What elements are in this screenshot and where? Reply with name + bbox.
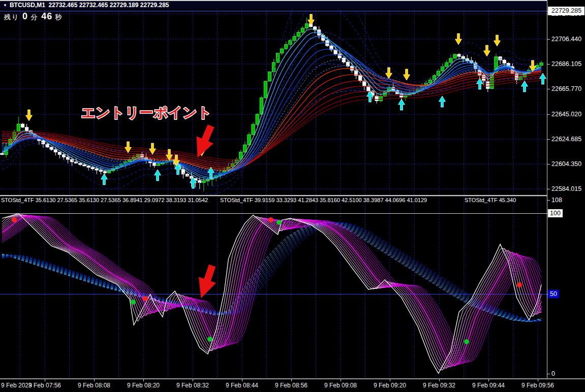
chart-menu-icon[interactable]: ▼ — [3, 3, 7, 8]
sell-signal-arrow — [455, 34, 462, 45]
stoch-htf-dashed-line — [2, 222, 541, 321]
time-axis-label: 9 Feb 09:20 — [374, 382, 406, 389]
time-axis-label: 9 Feb 09:32 — [423, 382, 455, 389]
buy-dot — [131, 300, 136, 305]
stoch-htf-dashed-line — [2, 222, 541, 321]
sell-signal-arrow — [484, 45, 490, 56]
time-axis-tick — [341, 379, 341, 381]
stoch-fan-line — [2, 214, 541, 370]
time-axis-label: 9 Feb 2023 — [1, 382, 32, 389]
axis-tick — [547, 374, 550, 374]
stoch-fan-line — [2, 215, 541, 370]
time-axis-label: 9 Feb 07:56 — [28, 382, 61, 389]
price-axis-label: 22624.685 — [551, 136, 581, 143]
sell-dot — [143, 296, 148, 301]
stoch-fan-line — [2, 216, 541, 362]
chart-title-bar: ▼BTCUSD,M1 22732.465 22732.465 22729.189… — [0, 1, 547, 9]
timer-prefix: 残り — [4, 13, 19, 21]
stoch-htf-dashed-line — [2, 222, 541, 321]
time-axis-tick — [538, 379, 538, 381]
symbol-timeframe: BTCUSD,M1 — [10, 2, 45, 9]
time-axis-tick — [193, 379, 193, 381]
stoch-htf-dashed-line — [2, 222, 541, 321]
htf-dashed-line — [2, 0, 541, 186]
timer-seconds: 46 — [41, 11, 52, 21]
stoch-fan-line — [2, 216, 541, 364]
sell-dot — [12, 217, 17, 222]
price-axis-label: 108 — [551, 197, 562, 204]
stoch-htf-dashed-line — [2, 221, 541, 321]
stoch-fan-line — [2, 216, 541, 363]
timer-sec-unit: 秒 — [55, 13, 63, 21]
buy-signal-arrow — [398, 99, 405, 110]
stoch-fan-line — [2, 216, 541, 364]
time-axis-label: 9 Feb 08:20 — [127, 382, 160, 389]
axis-tick — [547, 189, 550, 189]
sell-signal-arrow — [404, 69, 410, 80]
time-axis-tick — [242, 379, 242, 381]
axis-tick — [547, 139, 550, 140]
time-axis[interactable]: 9 Feb 20239 Feb 07:569 Feb 08:089 Feb 08… — [0, 379, 585, 392]
stoch-htf-dashed-line — [2, 223, 541, 321]
stoch-htf-dashed-line — [2, 222, 541, 321]
time-axis-label: 9 Feb 09:44 — [472, 382, 505, 389]
buy-dot — [207, 337, 212, 342]
stoch-main-line — [2, 214, 541, 374]
time-axis-tick — [488, 379, 489, 381]
level-50-badge: 50 — [548, 290, 559, 298]
price-axis-label: 0 — [551, 370, 555, 377]
entry-point-arrow — [189, 122, 220, 161]
axis-tick — [547, 89, 550, 89]
current-price-box: 22729.285 — [548, 7, 584, 15]
stoch-htf-dashed-line — [2, 222, 541, 321]
buy-signal-arrow — [439, 96, 446, 107]
price-axis[interactable]: 22729.285 22727.19022706.44022686.105226… — [547, 0, 585, 378]
buy-dot — [276, 220, 282, 225]
price-axis-label: 22604.350 — [551, 160, 581, 168]
axis-tick — [547, 114, 550, 115]
stoch-htf-dashed-line — [2, 222, 541, 321]
indicator-name-values: STOStd_4TF 39.9159 33.3293 41.2843 35.81… — [220, 197, 427, 203]
mt4-chart-window: ▼BTCUSD,M1 22732.465 22732.465 22729.189… — [0, 0, 585, 392]
price-axis-label: 22686.105 — [551, 60, 581, 68]
sell-signal-arrow — [386, 68, 392, 79]
axis-tick — [547, 39, 550, 40]
time-axis-tick — [143, 379, 144, 381]
timer-min-unit: 分 — [31, 13, 39, 21]
buy-signal-arrow — [155, 170, 161, 181]
axis-tick — [547, 200, 550, 201]
panel-separator[interactable] — [0, 195, 547, 197]
axis-tick — [547, 64, 550, 64]
entry-point-arrow — [193, 263, 221, 301]
sell-dot — [268, 217, 273, 222]
candle-countdown-timer: 残り 0 分 46 秒 — [4, 11, 63, 22]
axis-tick — [547, 164, 550, 165]
time-axis-label: 9 Feb 09:56 — [521, 382, 554, 389]
time-axis-tick — [390, 379, 390, 381]
time-axis-tick — [94, 379, 95, 381]
price-axis-label: 22584.015 — [551, 185, 581, 192]
time-axis-tick — [291, 379, 292, 381]
price-axis-label: 22645.020 — [551, 111, 581, 118]
indicator-values-header: STOStd_4TF 35.6130 27.5365 35.6130 27.53… — [0, 197, 547, 204]
sell-signal-arrow — [494, 35, 501, 46]
time-axis-label: 9 Feb 09:08 — [324, 382, 357, 389]
indicator-name-values: STOStd_4TF 45.340 — [465, 197, 516, 203]
stoch-fan-line — [2, 216, 541, 365]
level-100-badge: 100 — [548, 209, 563, 217]
buy-signal-arrow — [540, 73, 546, 84]
price-axis-label: 22706.440 — [551, 36, 581, 43]
sell-signal-arrow — [308, 14, 315, 25]
time-axis-label: 9 Feb 08:44 — [226, 382, 258, 389]
time-axis-label: 9 Feb 08:08 — [78, 382, 110, 389]
price-chart-canvas[interactable] — [0, 0, 547, 195]
sell-signal-arrow — [26, 110, 33, 121]
time-axis-tick — [439, 379, 440, 381]
indicator-panel-canvas[interactable] — [0, 196, 547, 378]
buy-signal-arrow — [101, 174, 108, 185]
timer-minutes: 0 — [22, 11, 28, 21]
time-axis-tick — [45, 379, 45, 381]
stoch-fan-line — [2, 215, 541, 368]
buy-dot — [464, 339, 469, 344]
stoch-fan-line — [2, 216, 541, 365]
